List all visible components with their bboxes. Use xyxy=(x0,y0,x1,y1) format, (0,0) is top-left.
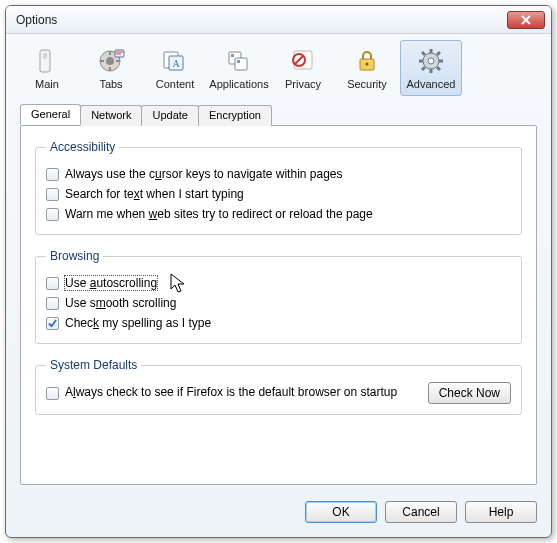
checkbox-label: Always use the cursor keys to navigate w… xyxy=(65,167,343,181)
group-legend: Browsing xyxy=(46,249,103,263)
close-button[interactable] xyxy=(507,11,545,29)
checkbox-label: Use autoscrolling xyxy=(65,276,157,290)
checkbox-label: Use smooth scrolling xyxy=(65,296,176,310)
group-legend: Accessibility xyxy=(46,140,119,154)
checkbox-smooth-scrolling[interactable] xyxy=(46,297,59,310)
svg-rect-10 xyxy=(231,54,234,57)
svg-point-3 xyxy=(106,57,114,65)
svg-rect-11 xyxy=(237,60,240,63)
toolbar-security[interactable]: Security xyxy=(336,40,398,96)
checkbox-spellcheck[interactable] xyxy=(46,317,59,330)
checkbox-default-browser[interactable] xyxy=(46,387,59,400)
help-button[interactable]: Help xyxy=(465,501,537,523)
accessibility-group: Accessibility Always use the cursor keys… xyxy=(35,140,522,235)
window-title: Options xyxy=(12,13,507,27)
toolbar-label: Advanced xyxy=(407,78,456,90)
tab-network[interactable]: Network xyxy=(80,105,142,126)
toolbar-main[interactable]: Main xyxy=(16,40,78,96)
tab-encryption[interactable]: Encryption xyxy=(198,105,272,126)
toolbar-label: Privacy xyxy=(285,78,321,90)
advanced-icon xyxy=(416,46,446,76)
checkbox-label: Search for text when I start typing xyxy=(65,187,244,201)
toolbar-label: Security xyxy=(347,78,387,90)
tabs-icon xyxy=(96,46,126,76)
checkbox-label: Warn me when web sites try to redirect o… xyxy=(65,207,373,221)
svg-point-17 xyxy=(428,58,434,64)
security-icon xyxy=(352,46,382,76)
checkbox-search-typing[interactable] xyxy=(46,188,59,201)
group-legend: System Defaults xyxy=(46,358,141,372)
checkbox-label: Always check to see if Firefox is the de… xyxy=(65,385,422,401)
privacy-icon xyxy=(288,46,318,76)
titlebar: Options xyxy=(6,6,551,34)
advanced-tabstrip: General Network Update Encryption xyxy=(6,98,551,125)
applications-icon xyxy=(224,46,254,76)
ok-button[interactable]: OK xyxy=(305,501,377,523)
toolbar-label: Tabs xyxy=(99,78,122,90)
close-icon xyxy=(521,15,531,25)
options-dialog: Options Main Tabs A Content xyxy=(5,5,552,538)
toolbar-advanced[interactable]: Advanced xyxy=(400,40,462,96)
checkbox-autoscrolling[interactable] xyxy=(46,277,59,290)
toolbar-label: Content xyxy=(156,78,195,90)
content-icon: A xyxy=(160,46,190,76)
svg-rect-1 xyxy=(43,53,47,59)
tab-update[interactable]: Update xyxy=(141,105,198,126)
checkbox-label: Check my spelling as I type xyxy=(65,316,211,330)
toolbar-applications[interactable]: Applications xyxy=(208,40,270,96)
toolbar-privacy[interactable]: Privacy xyxy=(272,40,334,96)
toolbar-tabs[interactable]: Tabs xyxy=(80,40,142,96)
toolbar-content[interactable]: A Content xyxy=(144,40,206,96)
svg-point-15 xyxy=(366,63,369,66)
checkbox-cursor-keys[interactable] xyxy=(46,168,59,181)
svg-text:A: A xyxy=(172,58,180,69)
general-panel: Accessibility Always use the cursor keys… xyxy=(20,125,537,485)
toolbar-label: Applications xyxy=(209,78,268,90)
category-toolbar: Main Tabs A Content Applications Privacy xyxy=(6,34,551,98)
tab-general[interactable]: General xyxy=(20,104,81,125)
main-icon xyxy=(32,46,62,76)
dialog-buttons: OK Cancel Help xyxy=(6,495,551,537)
svg-rect-9 xyxy=(235,58,247,70)
toolbar-label: Main xyxy=(35,78,59,90)
check-now-button[interactable]: Check Now xyxy=(428,382,511,404)
system-defaults-group: System Defaults Always check to see if F… xyxy=(35,358,522,415)
checkbox-warn-redirect[interactable] xyxy=(46,208,59,221)
browsing-group: Browsing Use autoscrolling Use smooth sc… xyxy=(35,249,522,344)
cancel-button[interactable]: Cancel xyxy=(385,501,457,523)
